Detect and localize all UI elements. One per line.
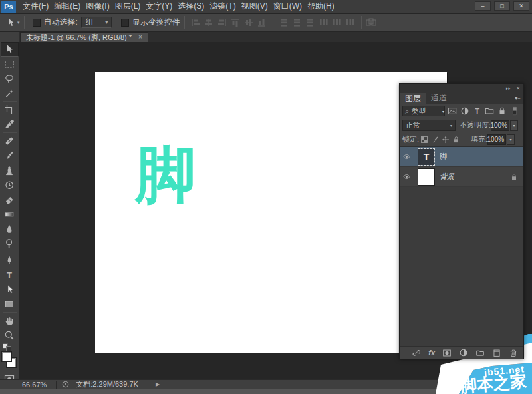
auto-align-layers-button[interactable] xyxy=(366,18,376,27)
lock-position-button[interactable] xyxy=(442,136,450,144)
new-layer-button[interactable] xyxy=(492,349,501,357)
lock-all-button[interactable] xyxy=(452,136,460,144)
distribute-top-edges-button[interactable] xyxy=(279,18,289,27)
panel-menu-icon[interactable]: ▾≡ xyxy=(515,95,521,101)
dodge-tool[interactable] xyxy=(1,236,19,251)
distribute-bottom-edges-button[interactable] xyxy=(306,18,315,27)
locked-filter-button[interactable] xyxy=(497,106,507,116)
brush-tool[interactable] xyxy=(1,148,19,163)
separator xyxy=(24,16,25,29)
adjustment-layer-filter-button[interactable] xyxy=(460,106,470,116)
auto-select-checkbox[interactable] xyxy=(33,19,41,27)
distribute-left-edges-button[interactable] xyxy=(319,18,329,27)
rectangle-tool[interactable] xyxy=(1,297,19,311)
link-layers-button[interactable] xyxy=(412,349,421,357)
path-selection-tool[interactable] xyxy=(1,282,19,297)
type-icon: T xyxy=(7,270,12,280)
lasso-tool[interactable] xyxy=(1,71,19,86)
marquee-tool[interactable] xyxy=(1,57,19,71)
zoom-tool[interactable] xyxy=(1,328,19,343)
separator xyxy=(3,101,17,102)
layer-row-脚[interactable]: T脚 xyxy=(400,147,523,167)
hand-tool[interactable] xyxy=(1,313,19,328)
pen-tool[interactable] xyxy=(1,253,19,268)
show-transform-checkbox[interactable] xyxy=(121,19,129,27)
opacity-dropdown-arrow[interactable]: ▾ xyxy=(510,120,518,131)
toolbar-collapse-icon[interactable]: ‥ xyxy=(0,32,19,42)
align-top-edges-button[interactable] xyxy=(231,18,240,27)
status-menu-arrow[interactable]: ▶ xyxy=(156,381,160,387)
auto-select-dropdown[interactable]: 组 ▾ xyxy=(81,17,112,28)
menu-item-8[interactable]: 窗口(W) xyxy=(271,0,305,13)
align-vertical-centers-button[interactable] xyxy=(244,18,253,27)
layer-row-背景[interactable]: 背景 xyxy=(400,167,523,187)
menu-item-7[interactable]: 视图(V) xyxy=(239,0,271,13)
align-bottom-edges-button[interactable] xyxy=(257,18,267,27)
visibility-toggle[interactable] xyxy=(400,167,414,187)
align-horizontal-centers-button[interactable] xyxy=(204,18,213,27)
quick-selection-tool[interactable] xyxy=(1,86,19,100)
close-panel-icon[interactable]: ✕ xyxy=(516,86,520,91)
group-filter-button[interactable] xyxy=(484,106,495,116)
menu-item-0[interactable]: 文件(F) xyxy=(20,0,51,13)
default-colors-icon[interactable] xyxy=(1,343,19,351)
background-layer-thumbnail[interactable] xyxy=(418,169,434,185)
menu-item-1[interactable]: 编辑(E) xyxy=(51,0,83,13)
align-left-edges-button[interactable] xyxy=(191,18,200,27)
menu-item-9[interactable]: 帮助(H) xyxy=(305,0,337,13)
align-right-edges-button[interactable] xyxy=(217,18,227,27)
zoom-level[interactable]: 66.67% xyxy=(22,381,47,389)
new-adjustment-layer-button[interactable] xyxy=(459,348,468,357)
layer-name[interactable]: 背景 xyxy=(440,172,454,182)
blur-tool[interactable] xyxy=(1,222,19,236)
filter-type-dropdown[interactable]: ⌕ 类型 ▾ xyxy=(402,106,445,116)
type-layer-filter-button[interactable]: T xyxy=(472,106,483,116)
tab-close-icon[interactable]: × xyxy=(138,34,142,41)
delete-layer-button[interactable] xyxy=(509,349,518,357)
filter-toggle-button[interactable] xyxy=(509,106,520,116)
eyedropper-tool[interactable] xyxy=(1,117,19,132)
lock-image-pixels-button[interactable] xyxy=(431,136,439,144)
minimize-button[interactable]: – xyxy=(475,1,491,11)
clone-stamp-tool[interactable] xyxy=(1,163,19,178)
blend-mode-dropdown[interactable]: 正常 ▾ xyxy=(402,120,456,131)
maximize-button[interactable]: □ xyxy=(494,1,510,11)
healing-brush-tool[interactable] xyxy=(1,134,19,148)
crop-tool[interactable] xyxy=(1,102,19,117)
add-layer-mask-button[interactable] xyxy=(442,349,452,357)
distribute-right-edges-button[interactable] xyxy=(346,18,355,27)
menu-item-6[interactable]: 滤镜(T) xyxy=(207,0,238,13)
fill-dropdown-arrow[interactable]: ▾ xyxy=(507,134,515,145)
tab-layers[interactable]: 图层 xyxy=(400,93,426,104)
menu-bar: Ps 文件(F)编辑(E)图像(I)图层(L)文字(Y)选择(S)滤镜(T)视图… xyxy=(0,0,532,13)
new-group-button[interactable] xyxy=(475,349,485,357)
menu-item-2[interactable]: 图像(I) xyxy=(83,0,112,13)
pixel-layer-filter-button[interactable] xyxy=(447,106,458,116)
collapse-panel-icon[interactable]: ▸▸ xyxy=(506,86,511,91)
document-tab[interactable]: 未标题-1 @ 66.7% (脚, RGB/8) * × xyxy=(20,32,148,42)
menu-item-4[interactable]: 文字(Y) xyxy=(143,0,175,13)
distribute-horizontal-centers-button[interactable] xyxy=(332,18,342,27)
lock-transparent-pixels-button[interactable] xyxy=(420,136,428,144)
layer-style-button[interactable]: fx xyxy=(428,349,435,357)
foreground-color-swatch[interactable] xyxy=(2,352,11,361)
tool-preset-picker[interactable]: ▾ xyxy=(5,17,20,28)
distribute-vertical-centers-button[interactable] xyxy=(293,18,302,27)
visibility-toggle[interactable] xyxy=(400,147,414,167)
gradient-tool[interactable] xyxy=(1,207,19,222)
document-canvas[interactable]: 脚 xyxy=(95,72,447,353)
dirsel-icon xyxy=(4,284,15,295)
layer-name[interactable]: 脚 xyxy=(440,152,447,162)
tab-channels[interactable]: 通道 xyxy=(426,93,452,104)
filter-icon-buttons: T xyxy=(446,106,521,116)
move-tool[interactable] xyxy=(1,42,19,57)
menu-item-3[interactable]: 图层(L) xyxy=(112,0,144,13)
history-brush-tool[interactable] xyxy=(1,178,19,192)
menu-item-5[interactable]: 选择(S) xyxy=(175,0,207,13)
close-button[interactable]: ✕ xyxy=(513,1,529,11)
text-layer-thumbnail[interactable]: T xyxy=(418,149,434,165)
opacity-value[interactable]: 100% xyxy=(491,120,509,131)
fill-value[interactable]: 100% xyxy=(487,134,506,145)
type-tool[interactable]: T xyxy=(1,268,19,282)
eraser-tool[interactable] xyxy=(1,192,19,207)
